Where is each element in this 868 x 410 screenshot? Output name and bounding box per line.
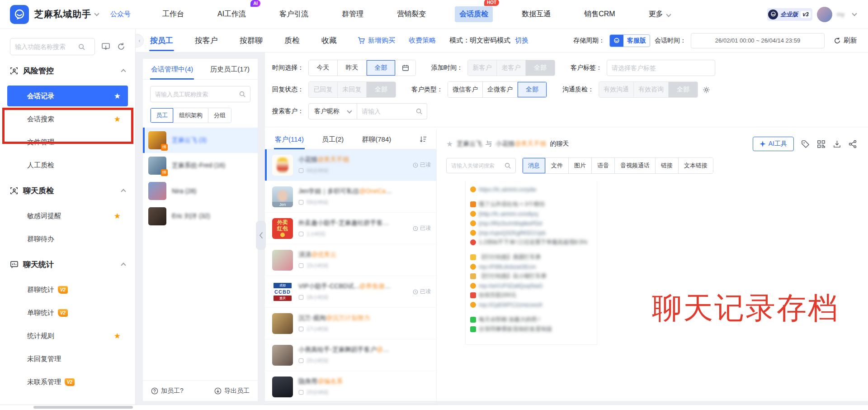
sidebar-item-文件管理[interactable]: 文件管理: [7, 132, 128, 153]
mode-switch-link[interactable]: 切换: [515, 36, 528, 44]
pricing-policy-button[interactable]: 收费策略: [409, 36, 436, 45]
favorite-star-icon[interactable]: ★: [446, 139, 453, 149]
export-menu-icon[interactable]: [101, 42, 110, 51]
ai-tools-button[interactable]: AI工具: [753, 137, 794, 151]
refresh-button[interactable]: 刷新: [834, 36, 857, 45]
nav-item-2[interactable]: AI工作流AI: [213, 6, 250, 22]
nav-item-6[interactable]: 会话质检HOT: [455, 6, 493, 22]
buy-more-button[interactable]: 新增购买: [358, 36, 395, 45]
sidebar-item-会话记录[interactable]: 会话记录★: [7, 86, 128, 106]
view-tab-按客户[interactable]: 按客户: [194, 30, 219, 51]
sidebar-search[interactable]: [10, 38, 95, 55]
sidebar-item-单聊统计[interactable]: 单聊统计V2: [7, 302, 128, 323]
filter-option-已回复[interactable]: 已回复: [309, 82, 338, 97]
customer-search-box[interactable]: [357, 104, 427, 119]
brand-chevron-down-icon[interactable]: [94, 11, 99, 16]
history-refresh-icon[interactable]: [117, 42, 126, 51]
filter-option-今天[interactable]: 今天: [309, 60, 338, 76]
employee-segment-员工[interactable]: 员工: [151, 108, 174, 123]
employee-tab-历史员工(17)[interactable]: 历史员工(17): [209, 59, 250, 79]
customer-search-type-select[interactable]: 客户昵称: [309, 104, 357, 119]
chevron-up-icon[interactable]: [121, 189, 126, 194]
filter-option-未回复[interactable]: 未回复: [338, 82, 367, 97]
filter-option-全部[interactable]: 全部: [367, 60, 396, 76]
panel-collapse-handle[interactable]: [256, 221, 266, 250]
view-tab-收藏[interactable]: 收藏: [321, 30, 338, 51]
sidebar-item-群聊统计[interactable]: 群聊统计V2: [7, 279, 128, 300]
chevron-up-icon[interactable]: [121, 69, 126, 74]
nav-item-1[interactable]: 工作台: [158, 6, 189, 22]
user-avatar[interactable]: [817, 7, 832, 22]
customer-tab-客户(114)[interactable]: 客户(114): [274, 129, 305, 149]
employee-row[interactable]: 绑芝麻系统-Fred (16): [143, 153, 258, 178]
message-type-tab-文本链接[interactable]: 文本链接: [679, 158, 713, 173]
customer-row[interactable]: 沉兰-观阅@沉兰计划努力17小时前: [265, 308, 436, 339]
customer-row[interactable]: JenJen学姐｜多职可私信@OneCareer59分钟前: [265, 181, 436, 213]
date-range-picker[interactable]: 26/02/01 00:00 ~ 26/04/14 23:59: [691, 33, 825, 48]
nav-item-3[interactable]: 客户引流: [275, 6, 313, 22]
filter-option-新客户[interactable]: 新客户: [468, 60, 497, 76]
customer-row[interactable]: 清清@优美云15小时前: [265, 244, 436, 276]
sidebar-item-敏感词提醒[interactable]: 敏感词提醒★: [7, 205, 128, 226]
nav-item-8[interactable]: 销售CRM: [580, 6, 619, 22]
employee-search-input[interactable]: [155, 91, 239, 98]
sidebar-item-统计规则[interactable]: 统计规则★: [7, 325, 128, 346]
customer-tag-input[interactable]: [612, 64, 689, 72]
nav-item-4[interactable]: 群管理: [337, 6, 368, 22]
message-type-tab-文件[interactable]: 文件: [546, 158, 569, 173]
employee-row[interactable]: Eric 刘洋 (32): [143, 204, 258, 229]
nav-item-7[interactable]: 数据互通: [517, 6, 555, 22]
customer-row[interactable]: 小花猫@美天不猫44分钟前已读: [265, 149, 436, 181]
message-type-tab-语音[interactable]: 语音: [592, 158, 615, 173]
employee-row[interactable]: 绑芝麻云飞 (3): [143, 128, 258, 153]
message-type-tab-链接[interactable]: 链接: [656, 158, 679, 173]
filter-option-老客户[interactable]: 老客户: [497, 60, 526, 76]
chevron-up-icon[interactable]: [121, 262, 126, 267]
employee-search[interactable]: [150, 86, 250, 102]
employee-segment-分组[interactable]: 分组: [208, 108, 231, 123]
view-tab-按群聊[interactable]: 按群聊: [239, 30, 264, 51]
sidebar-item-群聊待办[interactable]: 群聊待办: [7, 229, 128, 249]
keyword-search-input[interactable]: [451, 162, 505, 169]
filter-option-昨天[interactable]: 昨天: [338, 60, 367, 76]
employee-segment-组织架构[interactable]: 组织架构: [174, 108, 208, 123]
official-account-link[interactable]: 公众号: [110, 10, 131, 19]
filter-option-有效沟通[interactable]: 有效沟通: [599, 82, 634, 97]
customer-row[interactable]: 成都CCBD重庆VIP小助手-CCBD试...@养鱼塘第一期竞...16小时前已…: [265, 276, 436, 308]
customer-row[interactable]: 外卖红包外卖趣小助手-芝麻趣社群手客户@云团账1小时前已读: [265, 213, 436, 244]
qr-code-icon[interactable]: [817, 140, 826, 148]
filter-option-微信客户[interactable]: 微信客户: [448, 82, 483, 97]
view-tab-质检[interactable]: 质检: [283, 30, 301, 51]
account-chevron-down-icon[interactable]: [852, 11, 857, 16]
customer-row[interactable]: 小善真给手-芝麻舞蹈手客户@公测试20小时前: [265, 339, 436, 371]
nav-item-5[interactable]: 营销裂变: [392, 6, 430, 22]
scrollbar-thumb[interactable]: [33, 406, 133, 409]
sidebar-item-会话搜索[interactable]: 会话搜索★: [7, 109, 128, 129]
add-employee-button[interactable]: 加员工?: [151, 387, 184, 395]
customer-tab-群聊(784)[interactable]: 群聊(784): [361, 129, 392, 149]
customer-tab-员工(2)[interactable]: 员工(2): [321, 129, 344, 149]
message-type-tab-消息[interactable]: 消息: [523, 158, 546, 173]
filter-option-企微客户[interactable]: 企微客户: [483, 82, 518, 97]
customer-search-input[interactable]: [362, 108, 416, 115]
filter-option-有效咨询[interactable]: 有效咨询: [634, 82, 669, 97]
filter-option-全部[interactable]: 全部: [518, 82, 547, 97]
customer-row[interactable]: 隐身用@编名系20分钟前: [265, 371, 436, 403]
export-employee-button[interactable]: 导出员工: [214, 387, 250, 395]
sidebar-collapse-handle-icon[interactable]: ‹: [136, 34, 144, 48]
customer-tag-select[interactable]: [607, 60, 715, 76]
filter-option-全部[interactable]: 全部: [526, 60, 555, 76]
message-type-tab-音视频通话[interactable]: 音视频通话: [615, 158, 656, 173]
sidebar-search-input[interactable]: [15, 43, 78, 50]
keyword-search[interactable]: [446, 158, 516, 173]
calendar-icon[interactable]: [396, 60, 415, 76]
tag-icon[interactable]: [801, 140, 810, 148]
sidebar-item-人工质检[interactable]: 人工质检: [7, 155, 128, 176]
nav-item-9[interactable]: 更多: [644, 6, 675, 22]
sidebar-item-未联系管理[interactable]: 未联系管理V2: [7, 372, 128, 392]
horizontal-scrollbar[interactable]: [0, 405, 868, 410]
download-icon[interactable]: [833, 140, 841, 148]
employee-tab-会话管理中(4)[interactable]: 会话管理中(4): [150, 59, 194, 79]
sort-icon[interactable]: [420, 135, 427, 143]
filter-option-全部[interactable]: 全部: [669, 82, 698, 97]
